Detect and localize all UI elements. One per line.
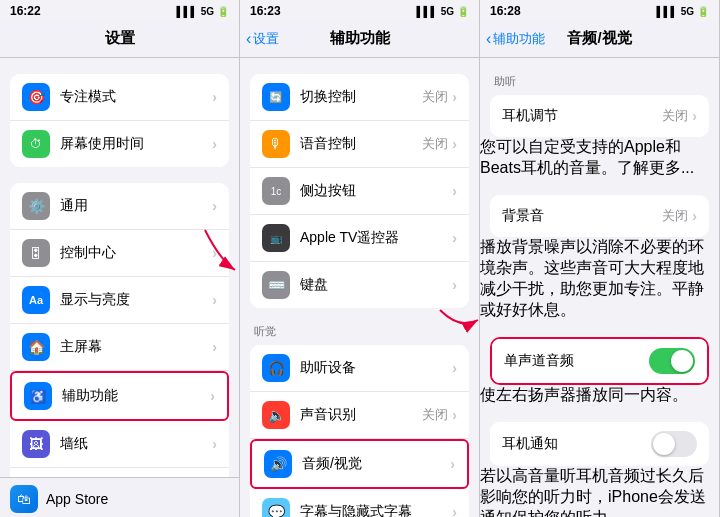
nav-bar-2: ‹ 设置 辅助功能 [240, 22, 479, 58]
mono-description: 使左右扬声器播放同一内容。 [480, 385, 719, 406]
sound-recognition-label: 声音识别 [300, 406, 422, 424]
bg-sound-chevron: › [692, 208, 697, 224]
headphone-notify-description: 若以高音量听耳机音频过长久后影响您的听力时，iPhone会发送通知保护您的听力。 [480, 466, 719, 517]
hearing-aid-header: 助听 [480, 74, 719, 93]
back-label-2: 设置 [253, 30, 279, 48]
status-bar-3: 16:28 ▌▌▌ 5G 🔋 [480, 0, 719, 22]
sound-recognition-item[interactable]: 🔈 声音识别 关闭 › [250, 392, 469, 439]
home-chevron: › [212, 339, 217, 355]
audio-visual-item[interactable]: 🔊 音频/视觉 › [250, 439, 469, 489]
mono-audio-label: 单声道音频 [504, 352, 649, 370]
voice-control-item[interactable]: 🎙 语音控制 关闭 › [250, 121, 469, 168]
switch-control-icon: 🔄 [262, 83, 290, 111]
back-chevron-3: ‹ [486, 30, 491, 48]
status-bar-2: 16:23 ▌▌▌ 5G 🔋 [240, 0, 479, 22]
home-screen-item[interactable]: 🏠 主屏幕 › [10, 324, 229, 371]
general-label: 通用 [60, 197, 212, 215]
signal-icon-2: ▌▌▌ [416, 6, 437, 17]
section-1: 🎯 专注模式 › ⏱ 屏幕使用时间 › [0, 74, 239, 167]
mono-toggle-knob [671, 350, 693, 372]
keyboard-item[interactable]: ⌨️ 键盘 › [250, 262, 469, 308]
control-center-label: 控制中心 [60, 244, 212, 262]
general-icon: ⚙️ [22, 192, 50, 220]
display-item[interactable]: Aa 显示与亮度 › [10, 277, 229, 324]
headphone-adjust-value: 关闭 [662, 107, 688, 125]
audio-visual-scroll[interactable]: 助听 耳机调节 关闭 › 您可以自定受支持的Apple和Beats耳机的音量。了… [480, 58, 719, 517]
signal-icon-3: ▌▌▌ [656, 6, 677, 17]
home-icon: 🏠 [22, 333, 50, 361]
display-label: 显示与亮度 [60, 291, 212, 309]
apple-tv-item[interactable]: 📺 Apple TV遥控器 › [250, 215, 469, 262]
settings-scroll[interactable]: 🎯 专注模式 › ⏱ 屏幕使用时间 › ⚙️ 通用 [0, 58, 239, 477]
keyboard-chevron: › [452, 277, 457, 293]
keyboard-label: 键盘 [300, 276, 452, 294]
focus-icon: 🎯 [22, 83, 50, 111]
section-p3-mono: 单声道音频 使左右扬声器播放同一内容。 [480, 337, 719, 406]
battery-icon-2: 🔋 [457, 6, 469, 17]
status-time-1: 16:22 [10, 4, 41, 18]
accessibility-scroll[interactable]: 🔄 切换控制 关闭 › 🎙 语音控制 关闭 › 1c 侧边按钮 › [240, 58, 479, 517]
back-button-2[interactable]: ‹ 设置 [246, 30, 279, 48]
status-time-3: 16:28 [490, 4, 521, 18]
headphone-notify-item[interactable]: 耳机通知 [490, 422, 709, 466]
side-button-chevron: › [452, 183, 457, 199]
headphone-description: 您可以自定受支持的Apple和Beats耳机的音量。了解更多... [480, 137, 719, 179]
bg-sound-description: 播放背景噪声以消除不必要的环境杂声。这些声音可大大程度地减少干扰，助您更加专注。… [480, 237, 719, 321]
audio-visual-label: 音频/视觉 [302, 455, 450, 473]
voice-control-label: 语音控制 [300, 135, 422, 153]
list-group-p2-1: 🔄 切换控制 关闭 › 🎙 语音控制 关闭 › 1c 侧边按钮 › [250, 74, 469, 308]
switch-control-label: 切换控制 [300, 88, 422, 106]
switch-control-item[interactable]: 🔄 切换控制 关闭 › [250, 74, 469, 121]
hearing-devices-icon: 🎧 [262, 354, 290, 382]
screen-time-item[interactable]: ⏱ 屏幕使用时间 › [10, 121, 229, 167]
back-chevron-2: ‹ [246, 30, 251, 48]
list-group-hearing: 🎧 助听设备 › 🔈 声音识别 关闭 › 🔊 音频/视觉 › [250, 345, 469, 517]
audio-visual-chevron: › [450, 456, 455, 472]
focus-label: 专注模式 [60, 88, 212, 106]
accessibility-item[interactable]: ♿ 辅助功能 › [10, 371, 229, 421]
list-group-1: 🎯 专注模式 › ⏱ 屏幕使用时间 › [10, 74, 229, 167]
app-store-label[interactable]: App Store [46, 491, 108, 507]
page-title-3: 音频/视觉 [567, 29, 631, 48]
signal-icon-1: ▌▌▌ [176, 6, 197, 17]
panel-settings: 16:22 ▌▌▌ 5G 🔋 设置 🎯 专注模式 › [0, 0, 240, 517]
siri-search-item[interactable]: 🔍 Siri与搜索 › [10, 468, 229, 477]
network-type-1: 5G [201, 6, 214, 17]
panel-audio-visual: 16:28 ▌▌▌ 5G 🔋 ‹ 辅助功能 音频/视觉 助听 耳机调节 [480, 0, 720, 517]
general-item[interactable]: ⚙️ 通用 › [10, 183, 229, 230]
headphone-adjust-item[interactable]: 耳机调节 关闭 › [490, 95, 709, 137]
audio-visual-icon: 🔊 [264, 450, 292, 478]
headphone-adjust-label: 耳机调节 [502, 107, 662, 125]
headphone-notify-toggle[interactable] [651, 431, 697, 457]
section-2: ⚙️ 通用 › 🎛 控制中心 › Aa 显示与亮度 › [0, 183, 239, 477]
accessibility-icon: ♿ [24, 382, 52, 410]
captions-item[interactable]: 💬 字幕与隐藏式字幕 › [250, 489, 469, 517]
control-center-chevron: › [212, 245, 217, 261]
bg-sound-value: 关闭 [662, 207, 688, 225]
section-p3-headphone-notify: 耳机通知 若以高音量听耳机音频过长久后影响您的听力时，iPhone会发送通知保护… [480, 422, 719, 517]
back-button-3[interactable]: ‹ 辅助功能 [486, 30, 545, 48]
headphone-notify-label: 耳机通知 [502, 435, 651, 453]
hearing-devices-chevron: › [452, 360, 457, 376]
bg-sound-item[interactable]: 背景音 关闭 › [490, 195, 709, 237]
control-center-item[interactable]: 🎛 控制中心 › [10, 230, 229, 277]
mono-audio-toggle[interactable] [649, 348, 695, 374]
accessibility-label: 辅助功能 [62, 387, 210, 405]
side-button-item[interactable]: 1c 侧边按钮 › [250, 168, 469, 215]
status-bar-1: 16:22 ▌▌▌ 5G 🔋 [0, 0, 239, 22]
screen-time-label: 屏幕使用时间 [60, 135, 212, 153]
headphone-notify-knob [653, 433, 675, 455]
sound-recognition-value: 关闭 [422, 406, 448, 424]
captions-icon: 💬 [262, 498, 290, 517]
hearing-devices-item[interactable]: 🎧 助听设备 › [250, 345, 469, 392]
network-type-3: 5G [681, 6, 694, 17]
voice-control-value: 关闭 [422, 135, 448, 153]
wallpaper-item[interactable]: 🖼 墙纸 › [10, 421, 229, 468]
focus-mode-item[interactable]: 🎯 专注模式 › [10, 74, 229, 121]
side-button-icon: 1c [262, 177, 290, 205]
network-type-2: 5G [441, 6, 454, 17]
bg-sound-label: 背景音 [502, 207, 662, 225]
keyboard-icon: ⌨️ [262, 271, 290, 299]
switch-control-value: 关闭 [422, 88, 448, 106]
mono-audio-item[interactable]: 单声道音频 [492, 339, 707, 383]
